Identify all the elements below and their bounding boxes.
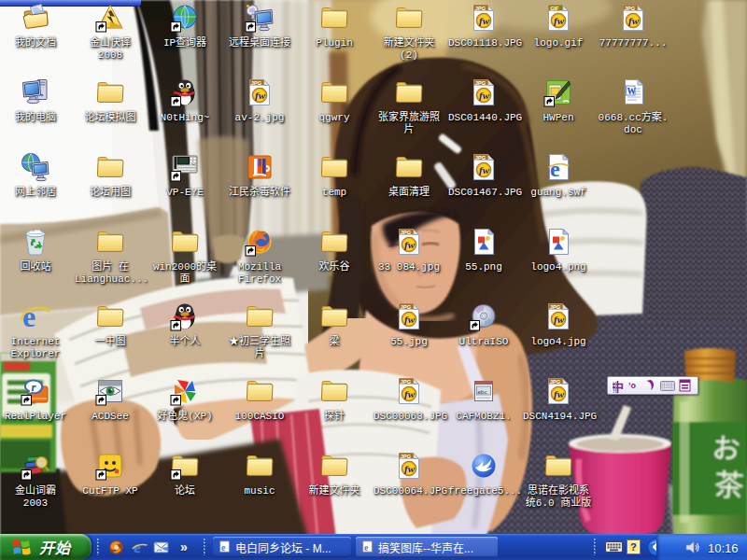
svg-text:’o: ’o <box>628 379 637 391</box>
svg-text:e: e <box>221 542 226 553</box>
svg-text:?: ? <box>630 541 637 553</box>
svg-text:茶: 茶 <box>712 460 745 505</box>
svg-text:e: e <box>364 542 369 553</box>
